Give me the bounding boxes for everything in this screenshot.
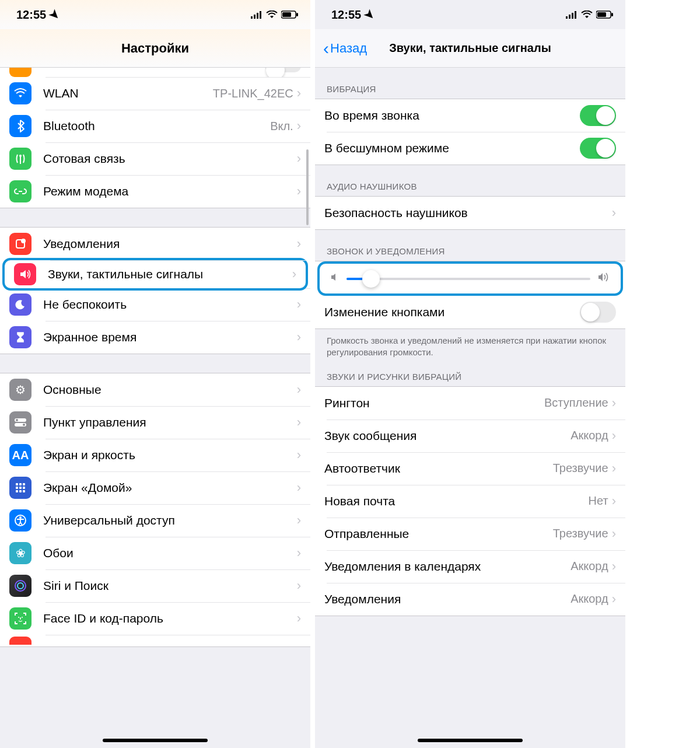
wifi-icon [581,8,593,22]
wifi-icon [9,82,32,104]
row-accessibility[interactable]: Универсальный доступ › [0,504,310,537]
section-header: ЗВУКИ И РИСУНКИ ВИБРАЦИЙ [315,361,625,386]
chevron-icon: › [612,396,616,411]
row-label: Bluetooth [43,119,270,133]
row-label: Пункт управления [43,415,297,429]
svg-point-13 [23,424,25,426]
siri-icon [9,575,32,597]
scrollbar[interactable] [306,149,309,225]
chevron-icon: › [297,236,301,251]
chevron-icon: › [612,592,616,607]
svg-rect-2 [257,13,258,19]
home-indicator[interactable] [103,739,208,742]
battery-icon [596,8,614,22]
row-wallpaper[interactable]: ❀ Обои › [0,537,310,569]
svg-rect-14 [16,483,18,485]
row-vibrate-ring[interactable]: Во время звонка [315,99,625,132]
home-indicator[interactable] [418,739,523,742]
row-homescreen[interactable]: Экран «Домой» › [0,471,310,504]
grid-icon [9,477,32,499]
row-sound-1[interactable]: Звук сообщенияАккорд› [315,420,625,452]
row-siri[interactable]: Siri и Поиск › [0,569,310,602]
location-icon: ➤ [361,6,378,23]
status-time: 12:55 [16,8,46,22]
row-label: Рингтон [324,396,544,410]
svg-rect-22 [23,490,25,492]
svg-rect-3 [260,11,261,19]
row-dnd[interactable]: Не беспокоить › [0,288,310,321]
row-display[interactable]: AA Экран и яркость › [0,439,310,471]
svg-rect-32 [575,11,576,19]
toggle-vibrate-silent[interactable] [580,138,616,159]
status-bar: 12:55 ➤ [315,0,625,29]
speaker-low-icon [330,272,340,285]
svg-rect-35 [611,13,613,16]
row-vibrate-silent[interactable]: В бесшумном режиме [315,132,625,165]
status-bar: 12:55 ➤ [0,0,310,29]
row-detail: Нет [589,494,608,508]
chevron-icon: › [612,526,616,541]
chevron-icon: › [612,461,616,476]
row-control-center[interactable]: Пункт управления › [0,406,310,439]
row-label: Безопасность наушников [324,206,612,220]
list-item[interactable] [0,68,310,77]
chevron-icon: › [297,448,301,463]
settings-screen: 12:55 ➤ Настройки [0,0,310,748]
row-headphone-safety[interactable]: Безопасность наушников › [315,197,625,229]
section-header: ВИБРАЦИЯ [315,68,625,99]
row-general[interactable]: ⚙︎ Основные › [0,373,310,406]
volume-slider[interactable] [346,278,590,280]
section-header: АУДИО НАУШНИКОВ [315,165,625,196]
accessibility-icon [9,509,32,532]
row-faceid[interactable]: Face ID и код-пароль › [0,602,310,635]
row-sound-4[interactable]: ОтправленныеТрезвучие› [315,518,625,550]
chevron-icon: › [297,151,301,166]
status-icons [566,8,614,22]
row-sound-2[interactable]: АвтоответчикТрезвучие› [315,452,625,485]
row-cellular[interactable]: Сотовая связь › [0,142,310,175]
row-change-with-buttons[interactable]: Изменение кнопками [315,296,625,328]
row-bluetooth[interactable]: Bluetooth Вкл. › [0,110,310,142]
toggle-change-buttons[interactable] [580,302,616,323]
sounds-screen: 12:55 ➤ ‹ Назад Звуки, тактильные сигн [315,0,625,748]
row-sound-5[interactable]: Уведомления в календаряхАккорд› [315,550,625,583]
row-label: Звук сообщения [324,429,570,443]
location-icon: ➤ [46,6,63,23]
row-detail: Аккорд [570,592,608,606]
row-sound-0[interactable]: РингтонВступление› [315,387,625,420]
row-sound-6[interactable]: УведомленияАккорд› [315,583,625,616]
faceid-icon [9,607,32,630]
row-label: Автоответчик [324,462,553,476]
row-label: Обои [43,546,297,560]
row-label: Изменение кнопками [324,305,580,319]
chevron-icon: › [612,494,616,509]
row-notifications[interactable]: Уведомления › [0,228,310,260]
chevron-icon: › [297,611,301,626]
svg-point-28 [22,617,23,618]
row-hotspot[interactable]: Режим модема › [0,175,310,208]
row-partial[interactable] [0,635,310,646]
svg-rect-21 [19,490,22,492]
row-detail: Вкл. [270,120,293,133]
svg-rect-16 [23,483,25,485]
row-sounds[interactable]: Звуки, тактильные сигналы › [2,258,308,291]
toggle[interactable] [265,68,301,72]
row-screentime[interactable]: Экранное время › [0,321,310,354]
svg-point-25 [15,581,26,591]
link-icon [9,180,32,202]
row-label: Сотовая связь [43,152,297,166]
chevron-icon: › [297,330,301,345]
back-button[interactable]: ‹ Назад [323,40,367,57]
chevron-icon: › [297,297,301,312]
row-label: Уведомления [324,592,570,606]
row-label: Экранное время [43,330,297,344]
chevron-icon: › [297,86,301,101]
svg-rect-29 [566,16,568,19]
svg-rect-1 [254,15,256,19]
row-wlan[interactable]: WLAN TP-LINK_42EC › [0,77,310,110]
chevron-icon: › [297,382,301,397]
toggle-vibrate-ring[interactable] [580,105,616,126]
svg-point-27 [18,617,19,618]
row-sound-3[interactable]: Новая почтаНет› [315,485,625,518]
cellular-icon [566,8,578,22]
